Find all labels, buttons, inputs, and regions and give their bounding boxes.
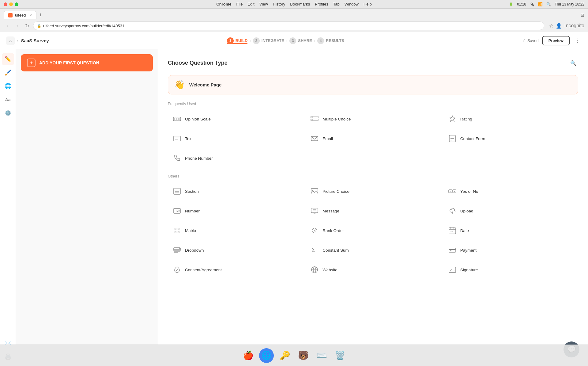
tab-favicon — [8, 13, 13, 17]
dock-trash[interactable]: 🗑️ — [333, 348, 347, 363]
svg-point-8 — [311, 119, 313, 120]
question-item-upload[interactable]: Upload — [443, 202, 578, 219]
question-item-text[interactable]: Text — [168, 130, 303, 147]
question-item-matrix[interactable]: Matrix — [168, 222, 303, 239]
question-item-rating[interactable]: Rating — [443, 110, 578, 128]
step-4-num: 4 — [317, 37, 324, 44]
add-question-button[interactable]: + ADD YOUR FIRST QUESTION — [21, 54, 153, 71]
new-tab-button[interactable]: + — [39, 12, 42, 18]
mac-window-controls[interactable] — [4, 2, 18, 6]
search-button[interactable]: 🔍 — [568, 58, 578, 68]
tab-close-button[interactable]: ✕ — [29, 13, 32, 17]
preview-button[interactable]: Preview — [542, 36, 570, 45]
extensions-icon: 🔌 — [530, 2, 534, 6]
menu-view[interactable]: View — [259, 2, 268, 6]
menu-edit[interactable]: Edit — [247, 2, 254, 6]
question-item-payment[interactable]: Payment — [443, 242, 578, 259]
section-label-item: Section — [185, 189, 199, 194]
yes-or-no-icon: ✓ ✗ — [447, 186, 457, 196]
refresh-button[interactable]: ↻ — [23, 22, 31, 29]
svg-marker-9 — [450, 116, 455, 121]
question-item-message[interactable]: Message — [305, 202, 440, 219]
active-tab[interactable]: uifeed ✕ — [4, 11, 36, 19]
minimize-dot[interactable] — [9, 2, 13, 6]
svg-point-35 — [178, 228, 179, 230]
matrix-label: Matrix — [185, 228, 196, 233]
dock-bear[interactable]: 🐻 — [296, 348, 311, 363]
question-item-constant-sum[interactable]: Σ Constant Sum — [305, 242, 440, 259]
font-icon-btn[interactable]: Aa — [2, 93, 14, 106]
svg-point-37 — [178, 231, 179, 233]
menu-history[interactable]: History — [273, 2, 285, 6]
consent-label: Consent/Agreement — [185, 268, 222, 272]
frequently-used-grid: Opinion Scale Multiple Choice — [168, 110, 578, 167]
question-item-multiple-choice[interactable]: Multiple Choice — [305, 110, 440, 128]
question-item-picture-choice[interactable]: Picture Choice — [305, 183, 440, 200]
menu-help[interactable]: Help — [364, 2, 372, 6]
multiple-choice-icon — [310, 114, 319, 124]
svg-rect-18 — [174, 188, 180, 194]
question-item-rank-order[interactable]: Rank Order — [305, 222, 440, 239]
question-item-consent[interactable]: Consent/Agreement — [168, 261, 303, 278]
question-item-date[interactable]: 15 Date — [443, 222, 578, 239]
frequently-used-label: Frequently Used — [168, 102, 578, 106]
question-item-opinion-scale[interactable]: Opinion Scale — [168, 110, 303, 128]
step-4-label: RESULTS — [326, 38, 344, 43]
home-icon[interactable]: ⌂ — [6, 36, 15, 45]
step-build[interactable]: 1 BUILD — [227, 37, 248, 44]
question-item-yes-or-no[interactable]: ✓ ✗ Yes or No — [443, 183, 578, 200]
add-question-label: ADD YOUR FIRST QUESTION — [39, 60, 99, 65]
extend-tab-icon[interactable]: ⊡ — [581, 13, 584, 17]
question-item-phone-number[interactable]: Phone Number — [168, 150, 303, 167]
welcome-page-card[interactable]: 👋 Welcome Page — [168, 75, 578, 94]
menu-tab[interactable]: Tab — [333, 2, 340, 6]
mac-menu[interactable]: Chrome File Edit View History Bookmarks … — [216, 2, 371, 6]
svg-text:✗: ✗ — [454, 190, 455, 193]
app-container: ⌂ › SaaS Survey 1 BUILD › 2 INTEGRATE › … — [0, 32, 588, 366]
dock-terminal[interactable]: ⌨️ — [314, 348, 329, 363]
menu-file[interactable]: File — [236, 2, 243, 6]
svg-rect-4 — [179, 118, 180, 120]
rating-icon — [447, 114, 457, 124]
dock-chrome[interactable]: 🌐 — [259, 348, 274, 363]
step-sep-2: › — [286, 38, 288, 44]
paint-icon-btn[interactable]: 🖌️ — [2, 67, 14, 79]
more-options-button[interactable]: ⋮ — [573, 36, 582, 45]
bookmark-icon[interactable]: ☆ — [549, 23, 553, 29]
close-dot[interactable] — [4, 2, 7, 6]
forward-button[interactable]: › — [13, 22, 21, 29]
step-results[interactable]: 4 RESULTS — [317, 37, 344, 44]
edit-icon-btn[interactable]: ✏️ — [2, 53, 14, 65]
incognito-icon[interactable]: 👤 — [556, 23, 562, 29]
question-item-section[interactable]: Section — [168, 183, 303, 200]
svg-text:123: 123 — [175, 209, 180, 213]
website-icon — [310, 265, 319, 275]
question-item-email[interactable]: Email — [305, 130, 440, 147]
question-item-number[interactable]: 123 Number — [168, 202, 303, 219]
breadcrumb-separator: › — [17, 38, 19, 43]
address-bar[interactable]: 🔒 uifeed.surveysparrow.com/builder/edit/… — [33, 21, 544, 30]
menu-chrome[interactable]: Chrome — [216, 2, 231, 6]
dock-keychain[interactable]: 🔑 — [277, 348, 292, 363]
question-item-contact-form[interactable]: Contact Form — [443, 130, 578, 147]
menu-profiles[interactable]: Profiles — [315, 2, 328, 6]
step-integrate[interactable]: 2 INTEGRATE — [253, 37, 284, 44]
back-button[interactable]: ‹ — [4, 22, 11, 29]
question-item-signature[interactable]: Signature — [443, 261, 578, 278]
menu-window[interactable]: Window — [345, 2, 359, 6]
multiple-choice-label: Multiple Choice — [322, 117, 351, 121]
step-sep-3: › — [314, 38, 315, 44]
settings-icon-btn[interactable]: ⚙️ — [2, 107, 14, 119]
maximize-dot[interactable] — [15, 2, 18, 6]
rank-order-icon — [310, 226, 319, 235]
icon-sidebar: ✏️ 🖌️ 🌐 Aa ⚙️ ✉️ 🖨️ — [0, 49, 16, 366]
date-label: Date — [460, 228, 469, 233]
datetime: Thu 13 May 18:22 — [555, 2, 584, 6]
question-item-dropdown[interactable]: Dropdown — [168, 242, 303, 259]
menu-bookmarks[interactable]: Bookmarks — [290, 2, 310, 6]
step-share[interactable]: 3 SHARE — [289, 37, 312, 44]
dock-finder[interactable]: 🍎 — [241, 348, 255, 363]
svg-rect-10 — [174, 136, 180, 141]
question-item-website[interactable]: Website — [305, 261, 440, 278]
globe-icon-btn[interactable]: 🌐 — [2, 80, 14, 92]
